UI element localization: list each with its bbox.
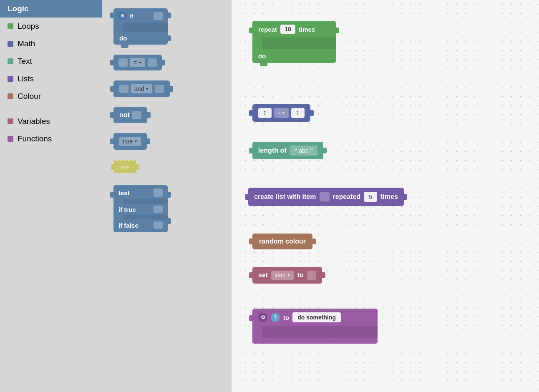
sidebar-item-logic[interactable]: Logic bbox=[0, 0, 102, 18]
text-label: Text bbox=[18, 57, 32, 66]
sidebar-item-lists[interactable]: Lists bbox=[0, 70, 102, 88]
variables-color-dot bbox=[8, 118, 13, 124]
sidebar-item-colour[interactable]: Colour bbox=[0, 88, 102, 105]
and-panel-block[interactable]: and ▼ bbox=[113, 80, 170, 97]
not-panel-block[interactable]: not bbox=[113, 107, 147, 123]
equals-panel-block[interactable]: = ▼ bbox=[113, 55, 162, 70]
sidebar: Logic Loops Math Text Lists Colour Varia… bbox=[0, 0, 102, 392]
random-colour-block[interactable]: random colour bbox=[252, 234, 312, 249]
null-label: null bbox=[121, 163, 129, 170]
text-color-dot bbox=[8, 58, 13, 64]
string-input[interactable]: ❝ abc ❞ bbox=[290, 146, 318, 156]
loops-color-dot bbox=[8, 23, 13, 29]
lists-label: Lists bbox=[18, 74, 34, 83]
ternary-iftrue-label: if true bbox=[118, 206, 136, 213]
and-dropdown[interactable]: and ▼ bbox=[131, 84, 152, 93]
ternary-panel-block[interactable]: test if true if false bbox=[113, 185, 168, 232]
sidebar-item-text[interactable]: Text bbox=[0, 53, 102, 70]
math-val1[interactable]: 1 bbox=[258, 108, 272, 118]
lists-color-dot bbox=[8, 76, 13, 82]
abc-value: abc bbox=[299, 147, 309, 154]
not-label: not bbox=[119, 111, 130, 119]
function-name-input[interactable]: do something bbox=[292, 312, 341, 322]
do-label: do bbox=[119, 35, 127, 42]
random-colour-label: random colour bbox=[259, 238, 306, 245]
functions-color-dot bbox=[8, 136, 13, 142]
set-label: set bbox=[258, 271, 268, 279]
canvas: repeat 10 times do 1 + ▼ 1 length of bbox=[232, 0, 539, 392]
repeated-label: repeated bbox=[333, 193, 361, 201]
repeat-value-input[interactable]: 10 bbox=[280, 25, 295, 34]
logic-label: Logic bbox=[8, 4, 29, 13]
question-icon-func: ? bbox=[271, 313, 280, 322]
if-panel-block[interactable]: ⚙ if do bbox=[113, 8, 168, 45]
variable-name-dropdown[interactable]: item ▼ bbox=[271, 271, 294, 280]
sidebar-item-variables[interactable]: Variables bbox=[0, 113, 102, 130]
gear-icon-func: ⚙ bbox=[258, 313, 267, 322]
variables-label: Variables bbox=[18, 117, 50, 126]
gear-icon: ⚙ bbox=[118, 12, 127, 20]
repeat-loop-block[interactable]: repeat 10 times do bbox=[252, 21, 336, 63]
sidebar-item-loops[interactable]: Loops bbox=[0, 18, 102, 35]
to-label-func: to bbox=[283, 314, 289, 321]
sidebar-item-functions[interactable]: Functions bbox=[0, 130, 102, 148]
length-of-label: length of bbox=[258, 147, 287, 154]
math-val2[interactable]: 1 bbox=[291, 108, 305, 118]
blocks-panel: ⚙ if do = ▼ bbox=[102, 0, 232, 392]
math-op-dropdown[interactable]: + ▼ bbox=[274, 108, 289, 118]
sidebar-item-math[interactable]: Math bbox=[0, 35, 102, 53]
repeat-label: repeat bbox=[258, 26, 277, 33]
math-color-dot bbox=[8, 41, 13, 47]
do-label-repeat: do bbox=[258, 53, 266, 60]
loops-label: Loops bbox=[18, 22, 39, 31]
function-def-block[interactable]: ⚙ ? to do something bbox=[252, 309, 378, 344]
math-label: Math bbox=[18, 39, 35, 48]
create-list-label: create list with item bbox=[254, 193, 316, 201]
ternary-test-label: test bbox=[118, 189, 130, 196]
functions-label: Functions bbox=[18, 134, 52, 143]
create-list-block[interactable]: create list with item repeated 5 times bbox=[248, 188, 404, 206]
repeat-count-input[interactable]: 5 bbox=[364, 192, 377, 202]
times-label: times bbox=[299, 26, 315, 33]
colour-color-dot bbox=[8, 93, 13, 99]
true-dropdown[interactable]: true ▼ bbox=[119, 137, 141, 146]
to-label: to bbox=[297, 271, 304, 279]
math-add-block[interactable]: 1 + ▼ 1 bbox=[252, 104, 310, 122]
if-label: if bbox=[129, 13, 133, 20]
ternary-iffalse-label: if false bbox=[118, 222, 139, 229]
equals-dropdown[interactable]: = ▼ bbox=[130, 58, 145, 67]
variable-value-slot[interactable] bbox=[307, 271, 316, 280]
true-panel-block[interactable]: true ▼ bbox=[113, 133, 147, 150]
length-of-block[interactable]: length of ❝ abc ❞ bbox=[252, 142, 323, 159]
list-item-slot[interactable] bbox=[320, 192, 330, 201]
colour-label: Colour bbox=[18, 92, 41, 101]
times-label-list: times bbox=[380, 193, 398, 201]
set-variable-block[interactable]: set item ▼ to bbox=[252, 267, 322, 284]
null-panel-block[interactable]: null bbox=[113, 160, 137, 173]
